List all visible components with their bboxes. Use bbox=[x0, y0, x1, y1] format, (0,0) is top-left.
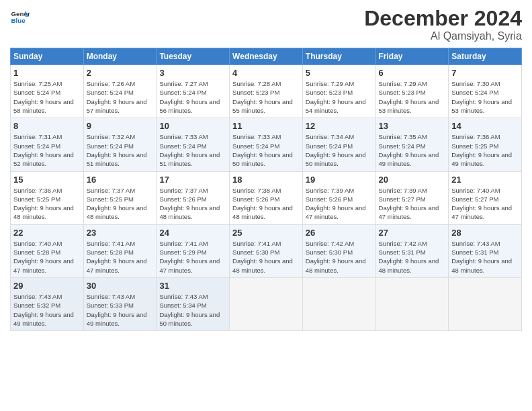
table-row: 13Sunrise: 7:35 AMSunset: 5:24 PMDayligh… bbox=[375, 118, 449, 171]
page-header: General Blue December 2024 Al Qamsiyah, … bbox=[10, 7, 522, 42]
col-monday: Monday bbox=[83, 48, 157, 65]
day-number: 9 bbox=[87, 121, 154, 131]
cell-details: Sunrise: 7:29 AMSunset: 5:23 PMDaylight:… bbox=[306, 80, 366, 114]
table-row: 29Sunrise: 7:43 AMSunset: 5:32 PMDayligh… bbox=[11, 277, 84, 330]
table-row: 5Sunrise: 7:29 AMSunset: 5:23 PMDaylight… bbox=[302, 65, 375, 118]
day-number: 28 bbox=[451, 228, 519, 238]
day-number: 25 bbox=[232, 228, 300, 238]
page-container: General Blue December 2024 Al Qamsiyah, … bbox=[0, 0, 532, 338]
table-row: 28Sunrise: 7:43 AMSunset: 5:31 PMDayligh… bbox=[449, 224, 522, 277]
day-number: 1 bbox=[13, 68, 81, 78]
cell-details: Sunrise: 7:34 AMSunset: 5:24 PMDaylight:… bbox=[306, 133, 366, 167]
table-row: 19Sunrise: 7:39 AMSunset: 5:26 PMDayligh… bbox=[302, 171, 375, 224]
col-sunday: Sunday bbox=[11, 48, 84, 65]
day-number: 30 bbox=[87, 281, 154, 291]
day-number: 20 bbox=[379, 175, 446, 185]
table-row: 11Sunrise: 7:33 AMSunset: 5:24 PMDayligh… bbox=[230, 118, 303, 171]
location: Al Qamsiyah, Syria bbox=[364, 30, 522, 42]
table-row: 27Sunrise: 7:42 AMSunset: 5:31 PMDayligh… bbox=[375, 224, 449, 277]
cell-details: Sunrise: 7:32 AMSunset: 5:24 PMDaylight:… bbox=[87, 133, 147, 167]
day-number: 3 bbox=[159, 68, 226, 78]
table-row: 17Sunrise: 7:37 AMSunset: 5:26 PMDayligh… bbox=[157, 171, 230, 224]
cell-details: Sunrise: 7:37 AMSunset: 5:26 PMDaylight:… bbox=[159, 187, 220, 221]
table-row bbox=[302, 277, 375, 330]
cell-details: Sunrise: 7:30 AMSunset: 5:24 PMDaylight:… bbox=[451, 80, 512, 114]
day-number: 4 bbox=[232, 68, 300, 78]
day-number: 15 bbox=[13, 175, 81, 185]
cell-details: Sunrise: 7:43 AMSunset: 5:32 PMDaylight:… bbox=[13, 293, 74, 327]
table-row: 15Sunrise: 7:36 AMSunset: 5:25 PMDayligh… bbox=[11, 171, 84, 224]
cell-details: Sunrise: 7:41 AMSunset: 5:29 PMDaylight:… bbox=[159, 240, 220, 274]
cell-details: Sunrise: 7:28 AMSunset: 5:23 PMDaylight:… bbox=[232, 80, 293, 114]
table-row: 8Sunrise: 7:31 AMSunset: 5:24 PMDaylight… bbox=[11, 118, 84, 171]
table-row: 10Sunrise: 7:33 AMSunset: 5:24 PMDayligh… bbox=[157, 118, 230, 171]
cell-details: Sunrise: 7:27 AMSunset: 5:24 PMDaylight:… bbox=[159, 80, 220, 114]
table-row: 20Sunrise: 7:39 AMSunset: 5:27 PMDayligh… bbox=[375, 171, 449, 224]
cell-details: Sunrise: 7:41 AMSunset: 5:30 PMDaylight:… bbox=[232, 240, 293, 274]
table-row: 18Sunrise: 7:38 AMSunset: 5:26 PMDayligh… bbox=[230, 171, 303, 224]
day-number: 6 bbox=[379, 68, 446, 78]
day-number: 11 bbox=[232, 121, 300, 131]
cell-details: Sunrise: 7:43 AMSunset: 5:31 PMDaylight:… bbox=[451, 240, 512, 274]
day-number: 14 bbox=[451, 121, 519, 131]
table-row: 3Sunrise: 7:27 AMSunset: 5:24 PMDaylight… bbox=[157, 65, 230, 118]
title-block: December 2024 Al Qamsiyah, Syria bbox=[364, 7, 522, 42]
cell-details: Sunrise: 7:25 AMSunset: 5:24 PMDaylight:… bbox=[13, 80, 74, 114]
calendar-week-row: 1Sunrise: 7:25 AMSunset: 5:24 PMDaylight… bbox=[11, 65, 522, 118]
day-number: 13 bbox=[379, 121, 446, 131]
cell-details: Sunrise: 7:41 AMSunset: 5:28 PMDaylight:… bbox=[87, 240, 147, 274]
day-number: 16 bbox=[87, 175, 154, 185]
table-row: 6Sunrise: 7:29 AMSunset: 5:23 PMDaylight… bbox=[375, 65, 449, 118]
day-number: 21 bbox=[451, 175, 519, 185]
col-saturday: Saturday bbox=[449, 48, 522, 65]
table-row: 21Sunrise: 7:40 AMSunset: 5:27 PMDayligh… bbox=[449, 171, 522, 224]
cell-details: Sunrise: 7:36 AMSunset: 5:25 PMDaylight:… bbox=[13, 187, 74, 221]
logo-icon: General Blue bbox=[10, 7, 30, 27]
table-row: 26Sunrise: 7:42 AMSunset: 5:30 PMDayligh… bbox=[302, 224, 375, 277]
table-row: 30Sunrise: 7:43 AMSunset: 5:33 PMDayligh… bbox=[83, 277, 157, 330]
table-row: 24Sunrise: 7:41 AMSunset: 5:29 PMDayligh… bbox=[157, 224, 230, 277]
day-number: 24 bbox=[159, 228, 226, 238]
col-friday: Friday bbox=[375, 48, 449, 65]
cell-details: Sunrise: 7:33 AMSunset: 5:24 PMDaylight:… bbox=[159, 133, 220, 167]
table-row: 7Sunrise: 7:30 AMSunset: 5:24 PMDaylight… bbox=[449, 65, 522, 118]
calendar-week-row: 8Sunrise: 7:31 AMSunset: 5:24 PMDaylight… bbox=[11, 118, 522, 171]
table-row: 25Sunrise: 7:41 AMSunset: 5:30 PMDayligh… bbox=[230, 224, 303, 277]
day-number: 12 bbox=[306, 121, 373, 131]
cell-details: Sunrise: 7:39 AMSunset: 5:26 PMDaylight:… bbox=[306, 187, 366, 221]
table-row: 16Sunrise: 7:37 AMSunset: 5:25 PMDayligh… bbox=[83, 171, 157, 224]
col-tuesday: Tuesday bbox=[157, 48, 230, 65]
day-number: 10 bbox=[159, 121, 226, 131]
day-number: 26 bbox=[306, 228, 373, 238]
table-row: 4Sunrise: 7:28 AMSunset: 5:23 PMDaylight… bbox=[230, 65, 303, 118]
cell-details: Sunrise: 7:42 AMSunset: 5:31 PMDaylight:… bbox=[379, 240, 439, 274]
day-number: 31 bbox=[159, 281, 226, 291]
cell-details: Sunrise: 7:43 AMSunset: 5:33 PMDaylight:… bbox=[87, 293, 147, 327]
cell-details: Sunrise: 7:40 AMSunset: 5:27 PMDaylight:… bbox=[451, 187, 512, 221]
day-number: 22 bbox=[13, 228, 81, 238]
svg-text:Blue: Blue bbox=[11, 17, 26, 24]
day-number: 18 bbox=[232, 175, 300, 185]
col-wednesday: Wednesday bbox=[230, 48, 303, 65]
calendar-week-row: 29Sunrise: 7:43 AMSunset: 5:32 PMDayligh… bbox=[11, 277, 522, 330]
logo: General Blue bbox=[10, 7, 30, 27]
cell-details: Sunrise: 7:40 AMSunset: 5:28 PMDaylight:… bbox=[13, 240, 74, 274]
month-title: December 2024 bbox=[364, 7, 522, 30]
day-number: 27 bbox=[379, 228, 446, 238]
calendar-week-row: 15Sunrise: 7:36 AMSunset: 5:25 PMDayligh… bbox=[11, 171, 522, 224]
table-row: 14Sunrise: 7:36 AMSunset: 5:25 PMDayligh… bbox=[449, 118, 522, 171]
table-row: 22Sunrise: 7:40 AMSunset: 5:28 PMDayligh… bbox=[11, 224, 84, 277]
col-thursday: Thursday bbox=[302, 48, 375, 65]
cell-details: Sunrise: 7:31 AMSunset: 5:24 PMDaylight:… bbox=[13, 133, 74, 167]
cell-details: Sunrise: 7:42 AMSunset: 5:30 PMDaylight:… bbox=[306, 240, 366, 274]
table-row: 1Sunrise: 7:25 AMSunset: 5:24 PMDaylight… bbox=[11, 65, 84, 118]
cell-details: Sunrise: 7:37 AMSunset: 5:25 PMDaylight:… bbox=[87, 187, 147, 221]
table-row bbox=[449, 277, 522, 330]
table-row: 31Sunrise: 7:43 AMSunset: 5:34 PMDayligh… bbox=[157, 277, 230, 330]
day-number: 8 bbox=[13, 121, 81, 131]
cell-details: Sunrise: 7:26 AMSunset: 5:24 PMDaylight:… bbox=[87, 80, 147, 114]
table-row: 9Sunrise: 7:32 AMSunset: 5:24 PMDaylight… bbox=[83, 118, 157, 171]
cell-details: Sunrise: 7:36 AMSunset: 5:25 PMDaylight:… bbox=[451, 133, 512, 167]
day-number: 5 bbox=[306, 68, 373, 78]
day-number: 7 bbox=[451, 68, 519, 78]
